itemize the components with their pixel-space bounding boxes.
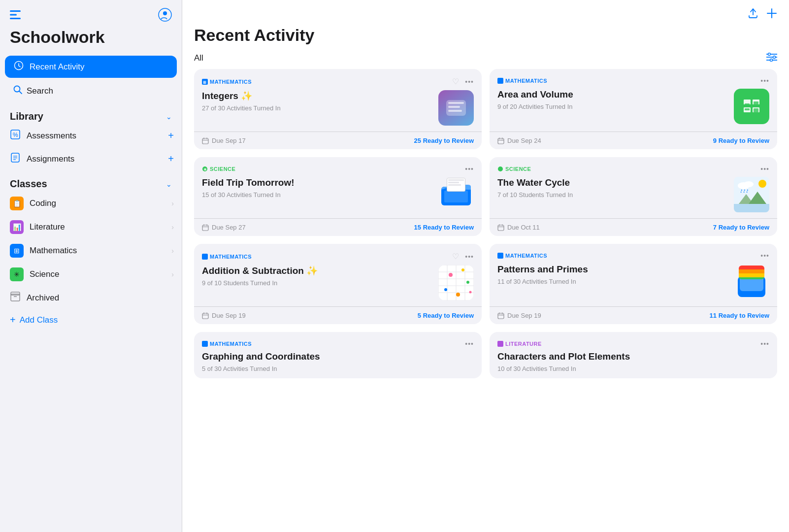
sidebar-item-coding[interactable]: 📋 Coding › [0, 192, 182, 215]
heart-icon[interactable]: ♡ [452, 252, 459, 261]
sidebar-item-science[interactable]: ✳ Science › [0, 263, 182, 286]
card-subtitle: 7 of 10 Students Turned In [497, 191, 728, 199]
sidebar-item-assessments[interactable]: % Assessments + [0, 124, 182, 147]
card-addition-subtraction[interactable]: MATHEMATICS ♡ ••• Addition & Subtraction… [194, 244, 482, 324]
classes-title: Classes [10, 178, 47, 190]
sidebar-item-archived[interactable]: Archived [0, 286, 182, 309]
archived-icon [10, 291, 21, 304]
add-class-label: Add Class [20, 315, 58, 325]
card-area-volume[interactable]: MATHEMATICS ••• Area and Volume 9 of 20 … [490, 69, 777, 149]
svg-text:⊞: ⊞ [203, 80, 207, 85]
svg-rect-36 [740, 95, 763, 118]
card-graphing-coordinates[interactable]: MATHEMATICS ••• Graphing and Coordinates… [194, 332, 482, 378]
card-subject-science: SCIENCE [497, 166, 531, 172]
library-title: Library [10, 111, 43, 122]
card-subtitle: 11 of 30 Activities Turned In [497, 278, 728, 285]
card-patterns-primes[interactable]: MATHEMATICS ••• Patterns and Primes 11 o… [490, 244, 777, 324]
more-options-icon[interactable]: ••• [760, 252, 769, 260]
due-date-text: Due Sep 19 [212, 312, 246, 319]
svg-rect-91 [497, 253, 503, 259]
card-subject-math: MATHEMATICS [497, 253, 547, 259]
card-subtitle: 10 of 30 Activities Turned In [497, 365, 769, 372]
card-due-date: Due Sep 19 [202, 312, 246, 319]
svg-rect-45 [498, 138, 504, 144]
add-class-button[interactable]: + Add Class [0, 309, 182, 331]
card-thumbnail [438, 90, 474, 126]
svg-rect-30 [448, 110, 462, 112]
more-options-icon[interactable]: ••• [760, 340, 769, 348]
app-title: Schoolwork [0, 26, 182, 55]
library-section-header: Library ⌄ [0, 103, 182, 124]
export-button[interactable] [748, 8, 758, 22]
coding-chevron-icon: › [171, 200, 174, 207]
due-date-text: Due Sep 24 [507, 137, 541, 144]
more-options-icon[interactable]: ••• [465, 340, 474, 348]
literature-label: Literature [30, 222, 65, 232]
svg-rect-53 [202, 225, 208, 231]
svg-rect-28 [448, 102, 464, 104]
svg-line-7 [19, 91, 22, 94]
more-options-icon[interactable]: ••• [760, 165, 769, 173]
svg-rect-1 [10, 14, 17, 16]
svg-point-22 [768, 53, 771, 56]
search-label: Search [27, 86, 53, 96]
add-assignment-button[interactable]: + [168, 153, 174, 165]
sidebar-item-mathematics[interactable]: ⊞ Mathematics › [0, 239, 182, 263]
svg-point-82 [461, 268, 464, 271]
svg-rect-92 [498, 313, 504, 319]
card-water-cycle[interactable]: SCIENCE ••• The Water Cycle 7 of 10 Stud… [490, 157, 777, 236]
assessments-label: Assessments [27, 131, 76, 141]
review-count: 9 Ready to Review [713, 137, 769, 144]
review-count: 11 Ready to Review [710, 312, 769, 319]
main-content: Recent Activity All ⊞ MATHEMATICS [182, 0, 789, 532]
card-subject-math: ⊞ MATHEMATICS [202, 79, 252, 85]
svg-text:✳: ✳ [203, 167, 207, 172]
card-subject-math: MATHEMATICS [202, 254, 252, 260]
more-options-icon[interactable]: ••• [465, 78, 474, 86]
heart-icon[interactable]: ♡ [452, 77, 459, 86]
card-due-date: Due Sep 17 [202, 137, 246, 144]
svg-rect-31 [202, 138, 208, 144]
svg-point-83 [466, 281, 469, 284]
sidebar-item-recent-activity[interactable]: Recent Activity [5, 56, 177, 78]
more-options-icon[interactable]: ••• [465, 165, 474, 173]
add-button[interactable] [766, 8, 777, 22]
svg-point-57 [498, 166, 503, 171]
cards-grid: ⊞ MATHEMATICS ♡ ••• Integers ✨ 27 of 30 … [182, 69, 789, 390]
sidebar-item-search[interactable]: Search [5, 80, 177, 102]
svg-rect-41 [745, 103, 750, 106]
svg-point-61 [758, 180, 766, 188]
add-class-icon: + [10, 314, 16, 326]
card-thumbnail [734, 89, 769, 124]
more-options-icon[interactable]: ••• [760, 77, 769, 85]
library-chevron-icon[interactable]: ⌄ [166, 113, 172, 121]
svg-rect-2 [10, 18, 21, 19]
card-integers[interactable]: ⊞ MATHEMATICS ♡ ••• Integers ✨ 27 of 30 … [194, 69, 482, 149]
filter-options-button[interactable] [766, 53, 777, 63]
card-title: Integers ✨ [202, 90, 432, 102]
clock-icon [13, 61, 25, 73]
card-subtitle: 9 of 20 Activities Turned In [497, 103, 728, 110]
classes-chevron-icon[interactable]: ⌄ [166, 180, 172, 188]
recent-activity-label: Recent Activity [30, 62, 85, 72]
card-title: Patterns and Primes [497, 264, 728, 276]
card-characters-plot[interactable]: LITERATURE ••• Characters and Plot Eleme… [490, 332, 777, 378]
sidebar-toggle-button[interactable] [10, 10, 21, 19]
page-title: Recent Activity [182, 26, 789, 51]
card-due-date: Due Sep 19 [497, 312, 541, 319]
svg-rect-52 [444, 191, 468, 202]
card-due-date: Due Oct 11 [497, 224, 540, 231]
profile-button[interactable] [158, 8, 172, 22]
add-assessment-button[interactable]: + [168, 130, 174, 141]
more-options-icon[interactable]: ••• [465, 253, 474, 261]
sidebar-item-assignments[interactable]: Assignments + [0, 147, 182, 170]
sidebar-item-literature[interactable]: 📊 Literature › [0, 215, 182, 239]
svg-rect-42 [754, 101, 758, 106]
svg-point-24 [770, 59, 773, 62]
card-thumbnail [438, 265, 474, 300]
card-due-date: Due Sep 27 [202, 224, 246, 231]
card-field-trip[interactable]: ✳ SCIENCE ••• Field Trip Tomorrow! 15 of… [194, 157, 482, 236]
svg-point-63 [744, 181, 754, 187]
due-date-text: Due Sep 19 [507, 312, 541, 319]
archived-label: Archived [27, 293, 59, 303]
